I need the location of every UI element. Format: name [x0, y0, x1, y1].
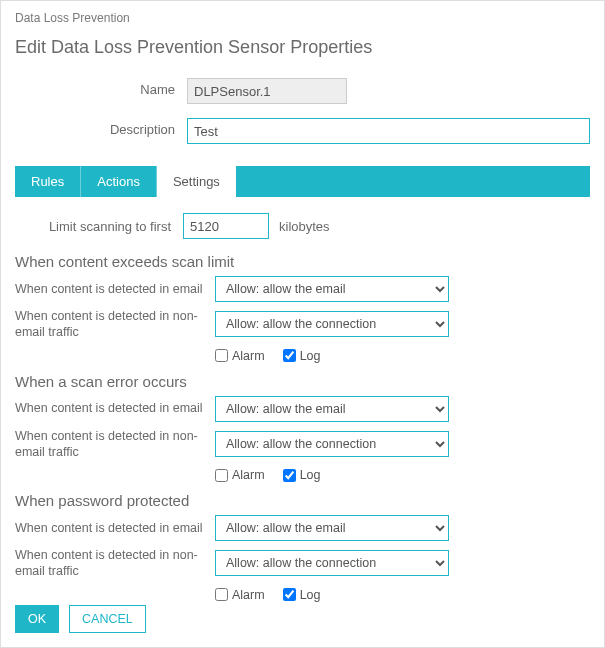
error-email-select[interactable]: Allow: allow the email	[215, 396, 449, 422]
limit-unit: kilobytes	[279, 219, 330, 234]
section-exceed-heading: When content exceeds scan limit	[15, 253, 590, 270]
ok-button[interactable]: OK	[15, 605, 59, 633]
exceed-email-select[interactable]: Allow: allow the email	[215, 276, 449, 302]
error-log-label: Log	[300, 468, 321, 482]
exceed-log-check[interactable]: Log	[283, 349, 321, 363]
exceed-log-checkbox[interactable]	[283, 349, 296, 362]
password-nonemail-label: When content is detected in non-email tr…	[15, 547, 215, 580]
name-label: Name	[15, 78, 187, 97]
password-alarm-label: Alarm	[232, 588, 265, 602]
error-log-check[interactable]: Log	[283, 468, 321, 482]
breadcrumb: Data Loss Prevention	[15, 11, 590, 25]
page-title: Edit Data Loss Prevention Sensor Propert…	[15, 37, 590, 58]
exceed-alarm-check[interactable]: Alarm	[215, 349, 265, 363]
tab-settings[interactable]: Settings	[157, 166, 236, 197]
password-log-checkbox[interactable]	[283, 588, 296, 601]
limit-label: Limit scanning to first	[15, 219, 183, 234]
exceed-alarm-checkbox[interactable]	[215, 349, 228, 362]
description-input[interactable]	[187, 118, 590, 144]
tab-bar: Rules Actions Settings	[15, 166, 590, 197]
section-password-heading: When password protected	[15, 492, 590, 509]
error-email-label: When content is detected in email	[15, 400, 215, 416]
error-log-checkbox[interactable]	[283, 469, 296, 482]
password-email-select[interactable]: Allow: allow the email	[215, 515, 449, 541]
exceed-email-label: When content is detected in email	[15, 281, 215, 297]
error-alarm-checkbox[interactable]	[215, 469, 228, 482]
password-log-label: Log	[300, 588, 321, 602]
description-label: Description	[15, 118, 187, 137]
limit-input[interactable]	[183, 213, 269, 239]
section-error-heading: When a scan error occurs	[15, 373, 590, 390]
password-log-check[interactable]: Log	[283, 588, 321, 602]
error-nonemail-select[interactable]: Allow: allow the connection	[215, 431, 449, 457]
password-alarm-check[interactable]: Alarm	[215, 588, 265, 602]
tab-actions[interactable]: Actions	[81, 166, 157, 197]
exceed-alarm-label: Alarm	[232, 349, 265, 363]
password-email-label: When content is detected in email	[15, 520, 215, 536]
exceed-nonemail-select[interactable]: Allow: allow the connection	[215, 311, 449, 337]
cancel-button[interactable]: CANCEL	[69, 605, 146, 633]
tab-rules[interactable]: Rules	[15, 166, 81, 197]
error-alarm-check[interactable]: Alarm	[215, 468, 265, 482]
error-alarm-label: Alarm	[232, 468, 265, 482]
password-nonemail-select[interactable]: Allow: allow the connection	[215, 550, 449, 576]
name-input[interactable]	[187, 78, 347, 104]
exceed-log-label: Log	[300, 349, 321, 363]
password-alarm-checkbox[interactable]	[215, 588, 228, 601]
exceed-nonemail-label: When content is detected in non-email tr…	[15, 308, 215, 341]
error-nonemail-label: When content is detected in non-email tr…	[15, 428, 215, 461]
